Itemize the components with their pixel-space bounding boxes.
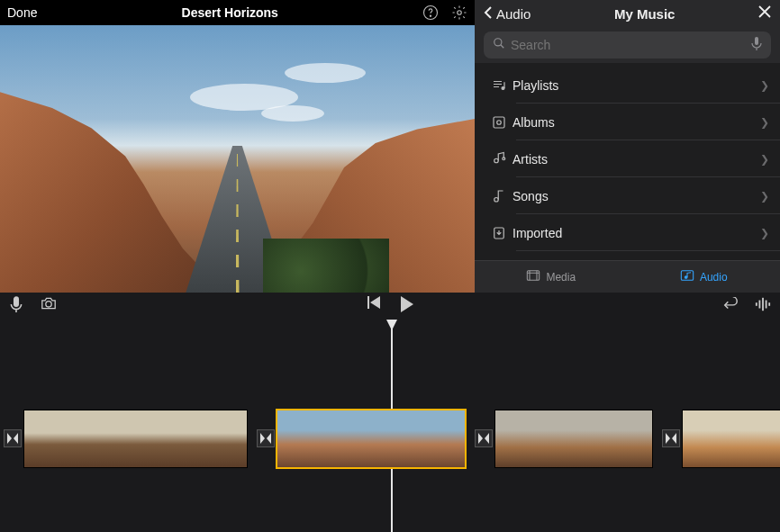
svg-rect-6 — [494, 117, 504, 128]
clip[interactable] — [494, 410, 653, 468]
category-label: Albums — [512, 115, 760, 130]
camera-icon[interactable] — [40, 296, 58, 316]
svg-point-8 — [494, 158, 499, 163]
category-artists[interactable]: Artists ❯ — [475, 140, 780, 177]
undo-icon[interactable] — [722, 297, 739, 315]
project-title: Desert Horizons — [37, 5, 422, 20]
audio-icon — [680, 269, 694, 284]
artist-icon — [485, 151, 512, 167]
settings-icon[interactable] — [451, 5, 467, 21]
category-albums[interactable]: Albums ❯ — [475, 104, 780, 140]
svg-rect-15 — [14, 297, 19, 306]
svg-point-3 — [494, 39, 502, 46]
done-button[interactable]: Done — [7, 5, 37, 20]
category-label: Playlists — [512, 78, 760, 93]
svg-point-2 — [458, 11, 462, 15]
transition-button[interactable] — [4, 429, 22, 447]
category-songs[interactable]: Songs ❯ — [475, 177, 780, 214]
svg-rect-20 — [766, 301, 767, 309]
transition-button[interactable] — [257, 429, 275, 447]
panel-title: My Music — [531, 6, 758, 22]
play-icon[interactable] — [400, 296, 414, 316]
song-icon — [485, 188, 512, 204]
tab-audio[interactable]: Audio — [628, 261, 781, 293]
svg-point-16 — [46, 302, 51, 307]
tab-media[interactable]: Media — [475, 261, 628, 293]
svg-rect-17 — [756, 302, 757, 306]
category-playlists[interactable]: Playlists ❯ — [475, 67, 780, 104]
svg-rect-12 — [528, 271, 540, 281]
back-label: Audio — [496, 6, 531, 22]
search-input[interactable] — [511, 38, 746, 52]
svg-point-1 — [430, 15, 431, 16]
chevron-right-icon: ❯ — [760, 116, 780, 129]
svg-point-7 — [497, 120, 502, 124]
chevron-left-icon — [484, 6, 493, 22]
video-preview[interactable] — [0, 25, 475, 293]
chevron-right-icon: ❯ — [760, 190, 780, 203]
category-label: Artists — [512, 152, 760, 167]
svg-rect-19 — [762, 298, 764, 311]
chevron-right-icon: ❯ — [760, 79, 780, 92]
transition-button[interactable] — [475, 429, 493, 447]
category-label: Imported — [512, 226, 760, 240]
album-icon — [485, 114, 512, 131]
timeline-track[interactable] — [0, 320, 780, 532]
clip-thumbnail — [277, 410, 340, 467]
voiceover-icon[interactable] — [9, 296, 23, 316]
help-icon[interactable] — [422, 5, 439, 21]
back-button[interactable]: Audio — [484, 6, 531, 22]
clip-thumbnail — [340, 410, 402, 467]
clip[interactable] — [277, 410, 466, 468]
category-label: Songs — [512, 189, 760, 203]
media-icon — [526, 269, 540, 284]
clip-thumbnail — [495, 410, 574, 467]
clip-thumbnail — [683, 410, 732, 467]
transition-button[interactable] — [662, 429, 680, 447]
clip-thumbnail — [173, 410, 247, 467]
skip-start-icon[interactable] — [366, 296, 380, 316]
close-button[interactable] — [758, 5, 771, 22]
search-icon — [493, 37, 505, 53]
clip-thumbnail — [574, 410, 652, 467]
music-categories: Playlists ❯ Albums ❯ Artists ❯ — [475, 63, 780, 260]
playlist-icon — [485, 77, 512, 94]
chevron-right-icon: ❯ — [760, 153, 780, 166]
clip[interactable] — [23, 410, 248, 468]
imported-icon — [485, 225, 512, 241]
dictate-icon[interactable] — [751, 36, 762, 54]
tab-label: Audio — [700, 271, 728, 284]
svg-rect-4 — [755, 37, 758, 45]
clip-thumbnail — [403, 410, 465, 467]
svg-point-10 — [494, 197, 499, 202]
svg-rect-21 — [768, 302, 770, 306]
search-field[interactable] — [484, 32, 771, 59]
clip-thumbnail — [732, 410, 780, 467]
waveform-icon[interactable] — [755, 297, 771, 315]
svg-rect-18 — [759, 301, 761, 309]
clip-thumbnail — [24, 410, 98, 467]
category-imported[interactable]: Imported ❯ — [475, 214, 780, 251]
clip[interactable] — [682, 410, 780, 468]
tab-label: Media — [546, 271, 576, 284]
clip-thumbnail — [98, 410, 172, 467]
chevron-right-icon: ❯ — [760, 227, 780, 239]
